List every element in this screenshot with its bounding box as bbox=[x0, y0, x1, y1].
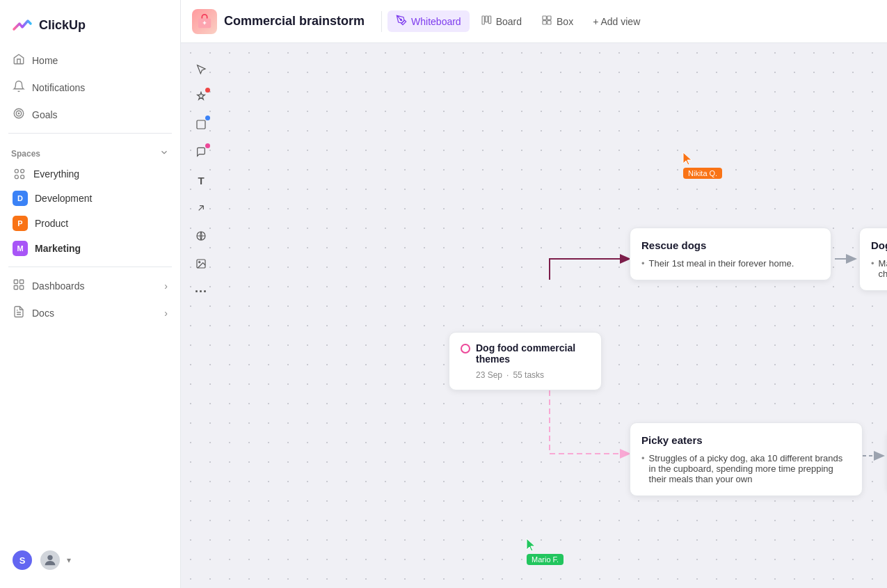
add-view-button[interactable]: + Add view bbox=[584, 12, 648, 31]
tool-select[interactable] bbox=[189, 57, 213, 81]
sidebar-nav: Home Notifications Goals bbox=[0, 47, 180, 127]
sidebar-item-notifications[interactable]: Notifications bbox=[6, 74, 175, 100]
sidebar-item-development[interactable]: D Development bbox=[6, 186, 175, 211]
sidebar-item-notifications-label: Notifications bbox=[32, 82, 85, 93]
bell-icon bbox=[13, 80, 25, 95]
list-item: Mastiff who sleeps on owner's lap, chihu… bbox=[871, 258, 887, 279]
task-card-meta: 23 Sep · 55 tasks bbox=[476, 370, 590, 380]
logo-text: ClickUp bbox=[39, 18, 86, 33]
sidebar-divider-2 bbox=[8, 267, 172, 267]
svg-rect-14 bbox=[482, 16, 484, 24]
tool-magic[interactable] bbox=[189, 85, 213, 109]
tool-dot-pink bbox=[205, 143, 210, 148]
cursor-nikita-label: Nikita Q. bbox=[683, 168, 722, 179]
tool-globe[interactable] bbox=[189, 224, 213, 248]
tool-text[interactable]: T bbox=[189, 168, 213, 192]
svg-rect-18 bbox=[548, 16, 551, 19]
tool-image[interactable] bbox=[189, 252, 213, 276]
whiteboard-toolbar: T ··· bbox=[189, 57, 213, 574]
svg-rect-16 bbox=[488, 16, 490, 24]
docs-label: Docs bbox=[32, 308, 54, 319]
svg-rect-10 bbox=[20, 286, 24, 289]
sidebar-item-product[interactable]: P Product bbox=[6, 211, 175, 236]
marketing-avatar: M bbox=[13, 241, 28, 256]
user-dropdown-arrow[interactable]: ▾ bbox=[67, 555, 71, 565]
spaces-section-header: Spaces bbox=[0, 139, 180, 162]
svg-point-6 bbox=[21, 175, 24, 179]
sidebar-item-home[interactable]: Home bbox=[6, 47, 175, 73]
picky-eaters-title: Picky eaters bbox=[641, 434, 851, 446]
task-card-date: 23 Sep bbox=[476, 370, 502, 380]
list-item: Their 1st meal in their forever home. bbox=[641, 258, 820, 269]
svg-point-11 bbox=[47, 555, 52, 560]
list-item: Struggles of a picky dog, aka 10 differe… bbox=[641, 453, 851, 484]
whiteboard-tab-icon bbox=[396, 15, 407, 28]
development-avatar: D bbox=[13, 191, 28, 206]
dashboards-expand-icon: › bbox=[164, 280, 168, 292]
svg-point-4 bbox=[21, 169, 24, 173]
tool-dot-red bbox=[205, 88, 210, 93]
svg-rect-7 bbox=[14, 280, 17, 283]
cursor-mario-label: Mario F. bbox=[527, 554, 564, 565]
tab-whiteboard[interactable]: Whiteboard bbox=[387, 10, 470, 32]
svg-rect-20 bbox=[548, 21, 551, 24]
tab-box-label: Box bbox=[557, 16, 573, 27]
tab-board-label: Board bbox=[496, 16, 522, 27]
tab-box[interactable]: Box bbox=[533, 10, 582, 32]
sidebar-item-goals[interactable]: Goals bbox=[6, 102, 175, 127]
svg-rect-17 bbox=[543, 16, 546, 19]
marketing-label: Marketing bbox=[35, 243, 81, 254]
product-label: Product bbox=[35, 218, 68, 229]
main-area: Commercial brainstorm Whiteboard Board bbox=[181, 0, 887, 588]
tool-note[interactable] bbox=[189, 141, 213, 164]
svg-rect-21 bbox=[197, 120, 205, 129]
sidebar-item-docs[interactable]: Docs › bbox=[6, 300, 175, 326]
spaces-collapse-icon[interactable] bbox=[159, 148, 169, 159]
docs-icon bbox=[13, 305, 25, 320]
task-card[interactable]: Dog food commercial themes 23 Sep · 55 t… bbox=[449, 332, 602, 390]
connector-arrows bbox=[181, 43, 887, 588]
sidebar-item-goals-label: Goals bbox=[32, 109, 58, 120]
picky-eaters-card[interactable]: Picky eaters Struggles of a picky dog, a… bbox=[630, 422, 863, 496]
dogs-size-title: Dogs who don't know their size bbox=[871, 239, 887, 251]
spaces-label[interactable]: Spaces bbox=[11, 149, 40, 159]
tab-board[interactable]: Board bbox=[472, 10, 530, 32]
task-status-dot bbox=[461, 344, 470, 353]
tool-shape[interactable] bbox=[189, 113, 213, 136]
dogs-size-card[interactable]: Dogs who don't know their size Mastiff w… bbox=[859, 228, 887, 291]
whiteboard-canvas[interactable]: T ··· bbox=[181, 43, 887, 588]
view-tabs: Whiteboard Board Box + Add view bbox=[387, 10, 648, 32]
user-avatar-s[interactable]: S bbox=[11, 549, 33, 571]
sidebar-item-everything[interactable]: Everything bbox=[6, 162, 175, 186]
tab-whiteboard-label: Whiteboard bbox=[411, 16, 461, 27]
cursor-nikita: Nikita Q. bbox=[682, 151, 722, 179]
sidebar-item-home-label: Home bbox=[32, 55, 58, 66]
tool-arrow[interactable] bbox=[189, 196, 213, 220]
cursor-mario: Mario F. bbox=[525, 537, 564, 565]
sidebar-bottom-nav: Dashboards › Docs › bbox=[0, 273, 180, 326]
svg-rect-19 bbox=[543, 21, 546, 24]
svg-rect-8 bbox=[20, 280, 24, 283]
docs-expand-icon: › bbox=[164, 308, 168, 319]
svg-point-24 bbox=[199, 262, 200, 263]
tool-dot-blue bbox=[205, 116, 210, 120]
dashboards-label: Dashboards bbox=[32, 280, 85, 292]
sidebar: ClickUp Home Notifications Goals Spaces bbox=[0, 0, 181, 588]
sidebar-divider-1 bbox=[8, 133, 172, 134]
rescue-dogs-card[interactable]: Rescue dogs Their 1st meal in their fore… bbox=[630, 228, 831, 280]
dashboards-icon bbox=[13, 278, 25, 293]
project-title: Commercial brainstorm bbox=[224, 14, 365, 29]
tool-more[interactable]: ··· bbox=[189, 280, 213, 303]
project-info: Commercial brainstorm bbox=[192, 9, 365, 34]
sidebar-item-marketing[interactable]: M Marketing bbox=[6, 236, 175, 261]
header-divider bbox=[381, 11, 382, 32]
box-tab-icon bbox=[541, 15, 552, 28]
user-avatar-photo[interactable] bbox=[39, 549, 61, 571]
sidebar-item-dashboards[interactable]: Dashboards › bbox=[6, 273, 175, 299]
project-icon bbox=[192, 9, 217, 34]
clickup-logo-icon bbox=[11, 14, 33, 36]
add-view-label: + Add view bbox=[593, 16, 640, 27]
product-avatar: P bbox=[13, 216, 28, 231]
svg-point-13 bbox=[400, 19, 401, 20]
cursor-mario-arrow bbox=[525, 537, 538, 553]
